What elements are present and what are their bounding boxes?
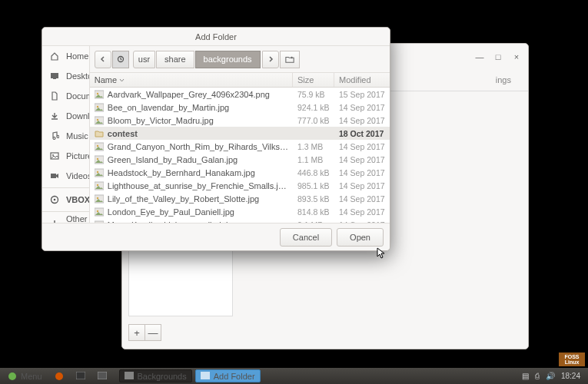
breadcrumb-segment[interactable]: share	[156, 51, 194, 68]
add-folder-button[interactable]: +	[128, 324, 145, 341]
svg-rect-36	[125, 372, 134, 379]
svg-rect-34	[76, 372, 85, 379]
file-row[interactable]: Grand_Canyon_North_Rim_by_Rihards_Vilks……	[90, 140, 390, 153]
tray-icon[interactable]: 🔊	[546, 372, 555, 380]
breadcrumb-segment[interactable]: usr	[133, 51, 155, 68]
task-list: BackgroundsAdd Folder	[119, 369, 261, 382]
svg-rect-35	[98, 372, 107, 379]
taskbar-task[interactable]: Add Folder	[195, 369, 261, 382]
svg-rect-4	[51, 174, 56, 178]
image-icon	[95, 181, 104, 190]
sidebar-item-home[interactable]: Home	[42, 46, 89, 66]
places-sidebar: HomeDesktopDocumentsDownloadsMusicPictur…	[42, 46, 90, 223]
tray-icon[interactable]: ▤	[522, 372, 529, 380]
svg-point-13	[97, 118, 98, 120]
svg-point-19	[97, 170, 98, 172]
image-icon	[95, 116, 104, 125]
column-header-name[interactable]: Name	[90, 73, 293, 87]
menu-button[interactable]: Menu	[3, 369, 47, 382]
file-chooser-dialog: Add Folder HomeDesktopDocumentsDownloads…	[42, 27, 390, 251]
folder-icon	[201, 372, 210, 381]
minimize-button[interactable]: —	[474, 51, 485, 62]
file-list[interactable]: Aardvark_Wallpaper_Grey_4096x2304.png75.…	[90, 88, 390, 223]
file-row[interactable]: Bee_on_lavendar_by_Martin.jpg924.1 kB14 …	[90, 101, 390, 114]
home-icon	[50, 51, 59, 61]
svg-point-17	[97, 157, 98, 159]
file-row[interactable]: London_Eye_by_Paul_Daniell.jpg814.8 kB14…	[90, 205, 390, 218]
desktop-icon	[55, 372, 64, 381]
svg-point-15	[97, 144, 98, 146]
sidebar-item-vboxad[interactable]: VBOXAD…⏏	[42, 190, 89, 210]
nav-back-button[interactable]	[95, 51, 111, 68]
disk-icon	[50, 195, 59, 204]
image-icon	[95, 155, 104, 164]
svg-point-25	[97, 210, 98, 211]
column-header-size[interactable]: Size	[293, 73, 334, 87]
new-folder-button[interactable]	[280, 51, 300, 68]
svg-rect-37	[201, 372, 210, 379]
sidebar-item-documents[interactable]: Documents	[42, 86, 89, 106]
nav-recent-button[interactable]	[112, 51, 129, 68]
menu-icon	[8, 372, 17, 381]
files-icon	[98, 372, 107, 381]
svg-point-6	[54, 199, 56, 201]
tab-partial[interactable]: ings	[488, 70, 519, 91]
sidebar-item-otherlocations[interactable]: Other Locations	[42, 214, 89, 223]
image-icon	[95, 194, 104, 204]
sidebar-item-music[interactable]: Music	[42, 126, 89, 146]
file-browser-main: usr share backgrounds Name Size Modified…	[90, 46, 390, 223]
column-header-modified[interactable]: Modified	[334, 73, 390, 87]
path-bar: usr share backgrounds	[90, 46, 390, 72]
terminal-icon	[76, 372, 85, 381]
pic-icon	[50, 151, 59, 161]
svg-rect-0	[51, 73, 58, 78]
cancel-button[interactable]: Cancel	[280, 228, 332, 247]
bg-icon	[125, 372, 134, 381]
taskbar-task[interactable]: Backgrounds	[119, 369, 192, 382]
nav-forward-button[interactable]	[262, 51, 279, 68]
show-desktop-button[interactable]	[50, 369, 68, 382]
svg-point-11	[97, 105, 98, 107]
taskbar: Menu BackgroundsAdd Folder ▤ ⎙ 🔊 18:24	[0, 368, 588, 384]
close-button[interactable]: ×	[511, 51, 522, 62]
sidebar-item-desktop[interactable]: Desktop	[42, 66, 89, 86]
file-row[interactable]: contest18 Oct 2017	[90, 127, 390, 140]
launcher-icon[interactable]	[71, 369, 90, 382]
launcher-icon[interactable]	[93, 369, 111, 382]
clock[interactable]: 18:24	[561, 372, 580, 380]
dialog-footer: Cancel Open	[42, 223, 390, 250]
down-icon	[50, 111, 59, 121]
svg-rect-1	[53, 78, 56, 79]
file-row[interactable]: Bloom_by_Victor_Madru.jpg777.0 kB14 Sep …	[90, 114, 390, 127]
svg-point-21	[97, 184, 98, 185]
file-row[interactable]: Headstock_by_Bernhard_Hanakam.jpg446.8 k…	[90, 166, 390, 179]
image-icon	[95, 90, 104, 99]
image-icon	[95, 103, 104, 112]
svg-point-33	[55, 372, 63, 380]
file-row[interactable]: Green_Island_by_Radu_Galan.jpg1.1 MB14 S…	[90, 153, 390, 166]
sidebar-item-downloads[interactable]: Downloads	[42, 106, 89, 126]
image-icon	[95, 142, 104, 151]
maximize-button[interactable]: □	[493, 51, 503, 62]
svg-point-32	[8, 372, 16, 380]
open-button[interactable]: Open	[337, 228, 384, 247]
sidebar-item-videos[interactable]: Videos	[42, 166, 89, 186]
svg-point-23	[97, 197, 98, 198]
dialog-title: Add Folder	[42, 28, 390, 46]
file-list-header: Name Size Modified	[90, 72, 390, 88]
file-row[interactable]: Aardvark_Wallpaper_Grey_4096x2304.png75.…	[90, 88, 390, 101]
tray-icon[interactable]: ⎙	[535, 372, 540, 380]
desktop-icon	[50, 71, 59, 81]
folder-icon	[95, 129, 104, 138]
mouse-cursor-icon	[377, 247, 386, 260]
file-row[interactable]: Lily_of_the_Valley_by_Robert_Slotte.jpg8…	[90, 192, 390, 205]
image-icon	[95, 168, 104, 177]
breadcrumb-segment[interactable]: backgrounds	[195, 51, 261, 68]
file-row[interactable]: Lighthouse_at_sunrise_by_Frenchie_Smalls…	[90, 179, 390, 192]
sidebar-item-pictures[interactable]: Pictures	[42, 146, 89, 166]
remove-folder-button[interactable]: —	[145, 324, 161, 341]
doc-icon	[50, 91, 59, 101]
system-tray: ▤ ⎙ 🔊 18:24	[522, 372, 585, 380]
image-icon	[95, 207, 104, 217]
vid-icon	[50, 171, 59, 180]
